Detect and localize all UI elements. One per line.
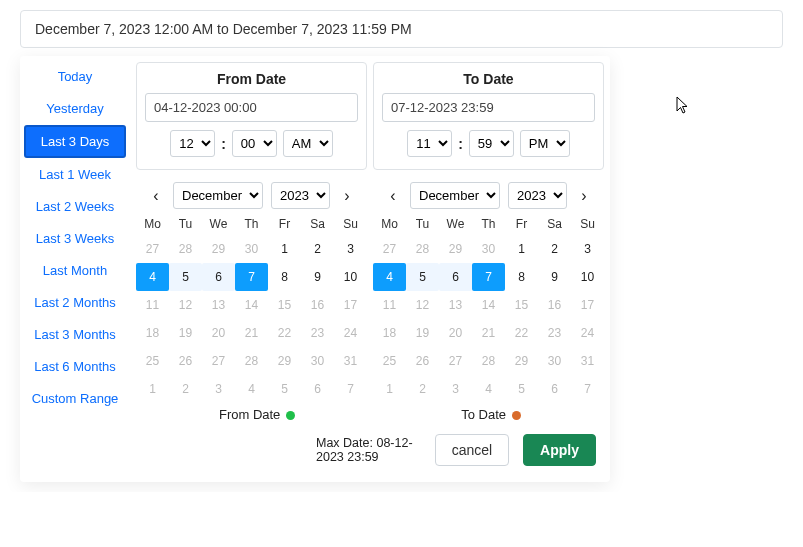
prev-month-icon[interactable]: ‹ <box>384 187 402 205</box>
preset-last-1-week[interactable]: Last 1 Week <box>24 159 126 190</box>
from-minute-select[interactable]: 00 <box>232 130 277 157</box>
calendar-day[interactable]: 5 <box>406 263 439 291</box>
calendar-day: 21 <box>472 319 505 347</box>
preset-today[interactable]: Today <box>24 61 126 92</box>
left-year-select[interactable]: 2023 <box>271 182 330 209</box>
calendar-day: 20 <box>202 319 235 347</box>
preset-last-month[interactable]: Last Month <box>24 255 126 286</box>
time-separator: : <box>221 136 226 152</box>
calendar-day[interactable]: 5 <box>169 263 202 291</box>
calendar-day[interactable]: 6 <box>202 263 235 291</box>
calendar-day: 3 <box>439 375 472 403</box>
to-ampm-select[interactable]: PM <box>520 130 570 157</box>
preset-last-2-months[interactable]: Last 2 Months <box>24 287 126 318</box>
calendar-day: 5 <box>268 375 301 403</box>
preset-last-6-months[interactable]: Last 6 Months <box>24 351 126 382</box>
calendar-day[interactable]: 1 <box>505 235 538 263</box>
from-ampm-select[interactable]: AM <box>283 130 333 157</box>
dow-header: Tu <box>169 213 202 235</box>
calendar-day: 27 <box>202 347 235 375</box>
calendar-day: 5 <box>505 375 538 403</box>
calendar-day: 13 <box>439 291 472 319</box>
calendar-day: 16 <box>301 291 334 319</box>
calendar-day[interactable]: 8 <box>268 263 301 291</box>
preset-last-3-months[interactable]: Last 3 Months <box>24 319 126 350</box>
legend-to: To Date <box>461 407 521 422</box>
time-separator: : <box>458 136 463 152</box>
calendar-day[interactable]: 8 <box>505 263 538 291</box>
calendar-day: 29 <box>202 235 235 263</box>
calendar-day: 26 <box>406 347 439 375</box>
calendar-day[interactable]: 4 <box>373 263 406 291</box>
preset-yesterday[interactable]: Yesterday <box>24 93 126 124</box>
calendar-day[interactable]: 7 <box>472 263 505 291</box>
calendar-day: 20 <box>439 319 472 347</box>
calendar-day: 30 <box>301 347 334 375</box>
calendar-day: 18 <box>136 319 169 347</box>
preset-last-3-weeks[interactable]: Last 3 Weeks <box>24 223 126 254</box>
calendar-day[interactable]: 6 <box>439 263 472 291</box>
calendar-day: 23 <box>301 319 334 347</box>
calendar-day[interactable]: 3 <box>334 235 367 263</box>
calendar-day[interactable]: 3 <box>571 235 604 263</box>
calendar-day: 7 <box>571 375 604 403</box>
left-month-select[interactable]: December <box>173 182 263 209</box>
calendar-day: 25 <box>136 347 169 375</box>
dow-header: Sa <box>301 213 334 235</box>
right-calendar: ‹ December 2023 › MoTuWeThFrSaSu27282930… <box>373 176 604 403</box>
preset-last-2-weeks[interactable]: Last 2 Weeks <box>24 191 126 222</box>
from-date-input[interactable] <box>145 93 358 122</box>
calendar-day[interactable]: 7 <box>235 263 268 291</box>
right-year-select[interactable]: 2023 <box>508 182 567 209</box>
calendar-day: 2 <box>406 375 439 403</box>
prev-month-icon[interactable]: ‹ <box>147 187 165 205</box>
left-calendar: ‹ December 2023 › MoTuWeThFrSaSu27282930… <box>136 176 367 403</box>
preset-last-3-days[interactable]: Last 3 Days <box>24 125 126 158</box>
calendar-day: 1 <box>136 375 169 403</box>
presets-list: TodayYesterdayLast 3 DaysLast 1 WeekLast… <box>20 56 130 482</box>
dow-header: Mo <box>136 213 169 235</box>
dow-header: Fr <box>268 213 301 235</box>
calendar-day: 17 <box>571 291 604 319</box>
calendar-day: 28 <box>169 235 202 263</box>
calendar-day: 15 <box>268 291 301 319</box>
dow-header: We <box>202 213 235 235</box>
calendar-day: 11 <box>373 291 406 319</box>
right-month-select[interactable]: December <box>410 182 500 209</box>
summary-range[interactable]: December 7, 2023 12:00 AM to December 7,… <box>20 10 783 48</box>
calendar-day: 7 <box>334 375 367 403</box>
next-month-icon[interactable]: › <box>575 187 593 205</box>
calendar-day: 15 <box>505 291 538 319</box>
calendar-day[interactable]: 10 <box>571 263 604 291</box>
to-minute-select[interactable]: 59 <box>469 130 514 157</box>
calendar-day: 26 <box>169 347 202 375</box>
calendar-day: 24 <box>334 319 367 347</box>
preset-custom-range[interactable]: Custom Range <box>24 383 126 414</box>
calendar-day[interactable]: 4 <box>136 263 169 291</box>
calendar-day: 3 <box>202 375 235 403</box>
apply-button[interactable]: Apply <box>523 434 596 466</box>
calendar-day[interactable]: 1 <box>268 235 301 263</box>
dow-header: We <box>439 213 472 235</box>
to-date-input[interactable] <box>382 93 595 122</box>
cancel-button[interactable]: cancel <box>435 434 509 466</box>
dow-header: Sa <box>538 213 571 235</box>
from-hour-select[interactable]: 12 <box>170 130 215 157</box>
calendar-day: 14 <box>472 291 505 319</box>
calendar-day: 2 <box>169 375 202 403</box>
calendar-day[interactable]: 10 <box>334 263 367 291</box>
calendar-day[interactable]: 9 <box>538 263 571 291</box>
calendar-day[interactable]: 9 <box>301 263 334 291</box>
dow-header: Tu <box>406 213 439 235</box>
calendar-day: 29 <box>505 347 538 375</box>
calendar-day: 27 <box>136 235 169 263</box>
calendar-day: 6 <box>301 375 334 403</box>
calendar-day: 16 <box>538 291 571 319</box>
calendar-day: 28 <box>472 347 505 375</box>
to-hour-select[interactable]: 11 <box>407 130 452 157</box>
calendar-day[interactable]: 2 <box>538 235 571 263</box>
dow-header: Th <box>472 213 505 235</box>
next-month-icon[interactable]: › <box>338 187 356 205</box>
calendar-day[interactable]: 2 <box>301 235 334 263</box>
calendar-day: 4 <box>235 375 268 403</box>
